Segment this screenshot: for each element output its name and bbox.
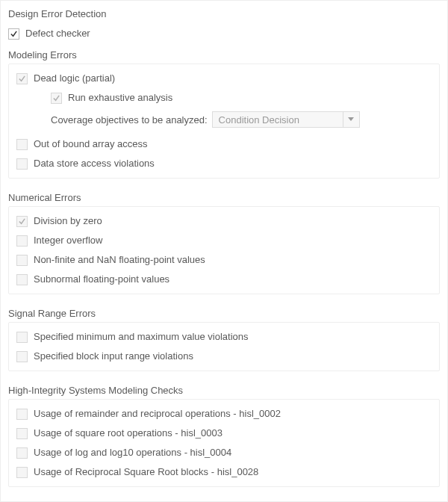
integer-overflow-row: Integer overflow <box>9 231 439 250</box>
coverage-objectives-label: Coverage objectives to be analyzed: <box>51 114 208 126</box>
minmax-label: Specified minimum and maximum value viol… <box>34 331 249 343</box>
blockin-row: Specified block input range violations <box>9 347 439 366</box>
blockin-label: Specified block input range violations <box>34 350 193 362</box>
hisl-0028-label: Usage of Reciprocal Square Root blocks -… <box>34 466 258 478</box>
out-of-bound-row: Out of bound array access <box>9 134 439 154</box>
defect-checker-row: Defect checker <box>1 24 447 43</box>
design-error-detection-panel: Design Error Detection Defect checker Mo… <box>0 0 448 502</box>
defect-checker-label: Defect checker <box>25 28 90 40</box>
coverage-objectives-select: Condition Decision <box>212 111 360 128</box>
hisl-0002-checkbox <box>16 409 28 420</box>
nonfinite-checkbox <box>16 255 28 266</box>
chevron-down-icon <box>348 117 354 122</box>
signal-range-errors-title: Signal Range Errors <box>1 302 447 322</box>
hisl-0002-label: Usage of remainder and reciprocal operat… <box>34 408 281 420</box>
subnormal-checkbox <box>16 274 28 285</box>
hism-checks-title: High-Integrity Systems Modeling Checks <box>1 379 447 399</box>
data-store-label: Data store access violations <box>34 158 155 170</box>
hisl-0004-label: Usage of log and log10 operations - hisl… <box>34 447 231 459</box>
numerical-errors-group: Division by zero Integer overflow Non-fi… <box>8 206 440 294</box>
hisl-0004-row: Usage of log and log10 operations - hisl… <box>9 443 439 462</box>
run-exhaustive-checkbox <box>51 93 62 104</box>
hisl-0028-checkbox <box>16 467 28 478</box>
blockin-checkbox <box>16 351 28 362</box>
dead-logic-row: Dead logic (partial) <box>9 69 439 88</box>
integer-overflow-checkbox <box>16 235 28 247</box>
minmax-checkbox <box>16 332 28 343</box>
modeling-errors-group: Dead logic (partial) Run exhaustive anal… <box>8 63 440 179</box>
coverage-objectives-value: Condition Decision <box>212 111 343 128</box>
check-icon <box>52 94 60 102</box>
numerical-errors-title: Numerical Errors <box>1 186 447 206</box>
data-store-checkbox <box>16 158 28 170</box>
out-of-bound-label: Out of bound array access <box>34 138 147 150</box>
nonfinite-label: Non-finite and NaN floating-point values <box>34 254 205 266</box>
modeling-errors-title: Modeling Errors <box>1 43 447 63</box>
hism-checks-group: Usage of remainder and reciprocal operat… <box>8 399 440 487</box>
dead-logic-label: Dead logic (partial) <box>34 72 115 84</box>
signal-range-errors-group: Specified minimum and maximum value viol… <box>8 322 440 371</box>
out-of-bound-checkbox <box>16 139 28 150</box>
run-exhaustive-row: Run exhaustive analysis <box>9 88 439 108</box>
coverage-objectives-dropdown-button <box>343 111 360 128</box>
defect-checker-checkbox[interactable] <box>8 28 19 40</box>
subnormal-row: Subnormal floating-point values <box>9 270 439 289</box>
check-icon <box>10 30 18 38</box>
hisl-0003-row: Usage of square root operations - hisl_0… <box>9 424 439 443</box>
check-icon <box>18 217 26 226</box>
dead-logic-checkbox <box>16 73 28 84</box>
check-icon <box>18 75 26 83</box>
panel-title: Design Error Detection <box>1 1 447 24</box>
hisl-0003-label: Usage of square root operations - hisl_0… <box>34 427 223 439</box>
division-by-zero-label: Division by zero <box>34 215 102 227</box>
nonfinite-row: Non-finite and NaN floating-point values <box>9 250 439 270</box>
subnormal-label: Subnormal floating-point values <box>34 273 169 285</box>
minmax-row: Specified minimum and maximum value viol… <box>9 327 439 347</box>
hisl-0002-row: Usage of remainder and reciprocal operat… <box>9 404 439 424</box>
hisl-0004-checkbox <box>16 447 28 459</box>
hisl-0003-checkbox <box>16 428 28 439</box>
division-by-zero-row: Division by zero <box>9 211 439 231</box>
integer-overflow-label: Integer overflow <box>34 235 103 247</box>
division-by-zero-checkbox <box>16 216 28 227</box>
run-exhaustive-label: Run exhaustive analysis <box>68 92 172 104</box>
svg-marker-0 <box>348 117 354 121</box>
coverage-objectives-row: Coverage objectives to be analyzed: Cond… <box>9 108 439 131</box>
hisl-0028-row: Usage of Reciprocal Square Root blocks -… <box>9 462 439 482</box>
data-store-row: Data store access violations <box>9 154 439 173</box>
